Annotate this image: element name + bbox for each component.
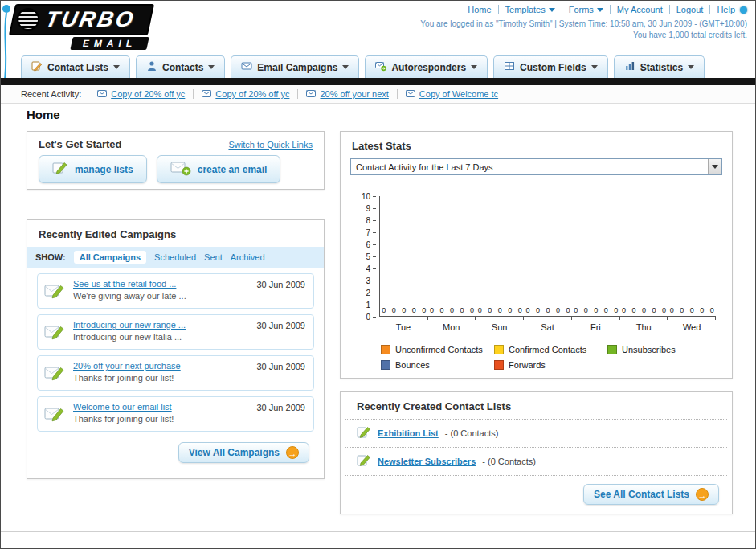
- chart-x-tick-label: Sat: [524, 322, 572, 332]
- recent-activity-label: Recent Activity:: [21, 89, 81, 99]
- chevron-down-icon: [597, 8, 603, 12]
- manage-lists-button[interactable]: manage lists: [39, 155, 147, 183]
- pencil-icon: [52, 161, 68, 178]
- recent-activity-link[interactable]: Copy of 20% off yc: [111, 89, 185, 99]
- see-all-contact-lists-button[interactable]: See All Contact Lists →: [583, 484, 719, 505]
- campaign-row[interactable]: Welcome to our email list Thanks for joi…: [37, 396, 314, 432]
- legend-label: Confirmed Contacts: [509, 345, 586, 354]
- contact-list-item[interactable]: Newsletter Subscribers - (0 Contacts): [345, 448, 727, 476]
- envelope-icon: [97, 89, 107, 99]
- contact-list-name-link[interactable]: Exhibition List: [378, 428, 439, 438]
- legend-item: Unconfirmed Contacts: [381, 345, 489, 354]
- chart-plot: 0 0 0 0 00 0 0 0 00 0 0 0 00 0 0 0 00 0 …: [379, 196, 716, 317]
- contact-lists-icon: [31, 60, 43, 74]
- create-email-label: create an email: [198, 164, 268, 175]
- tab-statistics[interactable]: Statistics: [614, 55, 705, 78]
- tab-custom-fields[interactable]: Custom Fields: [493, 55, 608, 78]
- filter-all-campaigns[interactable]: All Campaigns: [74, 251, 146, 264]
- campaign-row[interactable]: See us at the retail food ... We're givi…: [37, 273, 314, 309]
- top-link-logout[interactable]: Logout: [676, 5, 704, 14]
- chevron-down-icon: [712, 165, 718, 169]
- chart-day-group: 0 0 0 0 0: [380, 196, 428, 316]
- stats-period-value: Contact Activity for the Last 7 Days: [356, 162, 493, 172]
- filter-archived[interactable]: Archived: [231, 252, 265, 262]
- recent-campaigns-title: Recently Edited Campaigns: [27, 220, 324, 247]
- top-link-forms[interactable]: Forms: [569, 5, 594, 14]
- logo-subtitle: EMAIL: [70, 37, 149, 50]
- chart-value-labels: 0 0 0 0 0: [620, 306, 668, 314]
- arrow-right-icon: →: [696, 488, 709, 501]
- chart-y-tick: 5: [366, 252, 376, 261]
- contact-list-item[interactable]: Exhibition List - (0 Contacts): [345, 420, 727, 448]
- chart-x-tick-label: Tue: [379, 322, 427, 332]
- legend-label: Bounces: [395, 360, 430, 370]
- view-all-campaigns-button[interactable]: View All Campaigns →: [178, 442, 309, 463]
- recent-activity-link[interactable]: Copy of 20% off yc: [215, 89, 289, 99]
- top-link-help[interactable]: Help: [717, 5, 735, 14]
- legend-label: Forwards: [509, 360, 546, 370]
- recent-activity-bar: Recent Activity: Copy of 20% off yc Copy…: [1, 85, 755, 104]
- pencil-icon: [357, 426, 371, 440]
- campaign-filter-bar: SHOW: All Campaigns Scheduled Sent Archi…: [27, 247, 324, 268]
- filter-sent[interactable]: Sent: [204, 252, 223, 262]
- main-nav: Contact Lists Contacts Email Campaigns A…: [1, 52, 755, 78]
- campaign-subtitle: Introducing our new Italia ...: [73, 332, 305, 342]
- chart-value-labels: 0 0 0 0 0: [428, 306, 476, 314]
- chart-value-labels: 0 0 0 0 0: [380, 306, 428, 314]
- chart-y-tick: 6: [366, 240, 376, 249]
- turbo-swirl-icon: [17, 8, 39, 31]
- get-started-title: Let's Get Started: [39, 138, 122, 150]
- recent-activity-item[interactable]: Copy of Welcome tc: [398, 89, 506, 99]
- campaign-edit-icon: [44, 323, 65, 344]
- chart-x-tick-label: Mon: [427, 322, 476, 332]
- top-nav: Home Templates Forms My Account Logout H…: [420, 5, 747, 14]
- switch-quick-links-link[interactable]: Switch to Quick Links: [228, 140, 313, 150]
- legend-swatch-icon: [607, 345, 617, 354]
- tab-contact-lists[interactable]: Contact Lists: [21, 55, 130, 78]
- chart-y-tick: 1: [366, 300, 376, 309]
- footer-divider: [1, 531, 755, 532]
- latest-stats-panel: Latest Stats Contact Activity for the La…: [340, 131, 733, 379]
- filter-scheduled[interactable]: Scheduled: [154, 252, 196, 262]
- view-all-campaigns-label: View All Campaigns: [189, 447, 280, 458]
- contact-list-name-link[interactable]: Newsletter Subscribers: [378, 457, 476, 466]
- recent-campaigns-panel: Recently Edited Campaigns SHOW: All Camp…: [27, 219, 325, 479]
- tab-contacts[interactable]: Contacts: [136, 55, 225, 78]
- stats-period-dropdown[interactable]: Contact Activity for the Last 7 Days: [350, 158, 722, 175]
- chart-x-tick-label: Sun: [476, 322, 524, 332]
- pencil-icon: [357, 454, 371, 469]
- tab-autoresponders[interactable]: Autoresponders: [365, 55, 488, 78]
- envelope-icon: [202, 89, 211, 99]
- campaign-date: 30 Jun 2009: [256, 403, 305, 412]
- legend-swatch-icon: [381, 345, 390, 354]
- tab-label: Contacts: [162, 62, 203, 73]
- campaign-row[interactable]: 20% off your next purchase Thanks for jo…: [37, 355, 314, 391]
- top-link-home[interactable]: Home: [468, 5, 491, 14]
- page-title: Home: [27, 108, 60, 121]
- recent-activity-item[interactable]: Copy of 20% off yc: [194, 89, 298, 99]
- envelope-icon: [406, 89, 415, 99]
- campaign-edit-icon: [44, 364, 65, 385]
- create-email-button[interactable]: create an email: [157, 155, 281, 183]
- manage-lists-label: manage lists: [75, 164, 133, 175]
- chart-x-tick-label: Fri: [571, 322, 619, 332]
- recent-activity-link[interactable]: Copy of Welcome tc: [419, 89, 498, 99]
- tab-label: Autoresponders: [391, 62, 466, 73]
- top-link-templates[interactable]: Templates: [505, 5, 546, 14]
- legend-swatch-icon: [494, 345, 504, 354]
- contact-lists-title: Recently Created Contact Lists: [345, 392, 727, 420]
- recent-activity-link[interactable]: 20% off your next: [320, 89, 388, 99]
- tab-email-campaigns[interactable]: Email Campaigns: [231, 55, 359, 78]
- chart-day-group: 0 0 0 0 0: [428, 196, 476, 316]
- chart-y-tick: 3: [366, 276, 376, 285]
- contact-activity-chart: 109876543210 0 0 0 0 00 0 0 0 00 0 0 0 0…: [379, 196, 716, 370]
- campaign-row[interactable]: Introducing our new range ... Introducin…: [37, 314, 314, 350]
- top-link-my-account[interactable]: My Account: [617, 5, 663, 14]
- custom-fields-icon: [504, 60, 515, 74]
- recent-activity-item[interactable]: 20% off your next: [298, 89, 397, 99]
- recent-activity-item[interactable]: Copy of 20% off yc: [89, 89, 194, 99]
- chart-value-labels: 0 0 0 0 0: [524, 306, 572, 314]
- chart-y-tick: 7: [366, 227, 376, 237]
- campaign-date: 30 Jun 2009: [256, 321, 305, 330]
- campaign-subtitle: Thanks for joining our list!: [73, 373, 305, 383]
